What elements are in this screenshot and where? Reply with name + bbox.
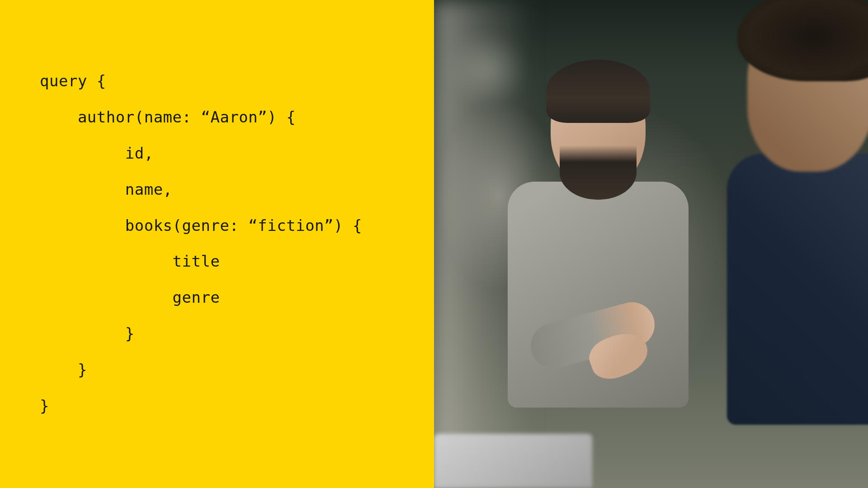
- hair: [546, 60, 650, 123]
- collaboration-photo: [434, 0, 868, 488]
- code-line: query {: [40, 72, 106, 90]
- code-panel: query { author(name: “Aaron”) { id, name…: [0, 0, 434, 488]
- code-line: author(name: “Aaron”) {: [40, 108, 296, 126]
- hair: [737, 0, 868, 81]
- code-line: id,: [40, 144, 154, 162]
- beard: [560, 145, 637, 200]
- code-line: }: [40, 361, 87, 379]
- torso: [727, 154, 868, 425]
- person-left: [512, 73, 684, 412]
- code-line: name,: [40, 180, 173, 198]
- code-line: books(genre: “fiction”) {: [40, 216, 362, 235]
- person-right: [686, 0, 868, 407]
- graphql-query-code: query { author(name: “Aaron”) { id, name…: [40, 63, 434, 424]
- code-line: genre: [40, 288, 220, 306]
- code-line: }: [40, 324, 135, 343]
- laptop: [434, 434, 592, 488]
- photo-panel: [434, 0, 868, 488]
- code-line: title: [40, 252, 220, 270]
- code-line: }: [40, 397, 49, 415]
